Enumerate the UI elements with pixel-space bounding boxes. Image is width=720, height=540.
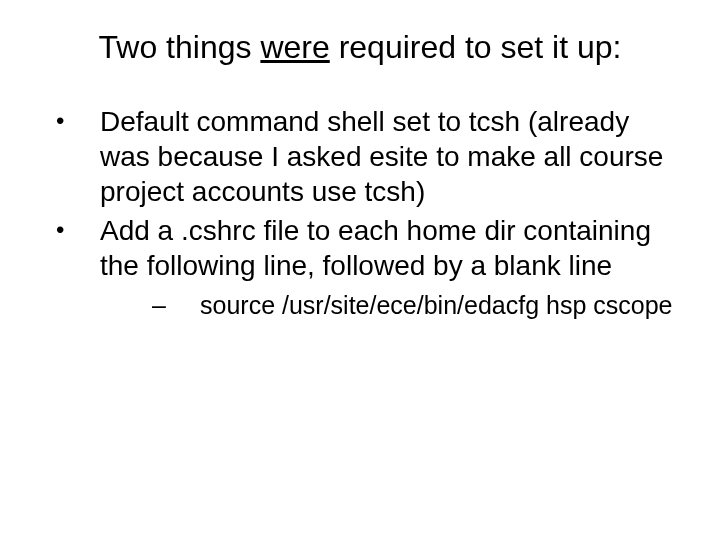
bullet-text: Default command shell set to tcsh (alrea…: [100, 106, 663, 207]
bullet-list: Default command shell set to tcsh (alrea…: [40, 104, 680, 322]
title-pre: Two things: [99, 29, 261, 65]
bullet-text: Add a .cshrc file to each home dir conta…: [100, 215, 651, 281]
title-post: required to set it up:: [330, 29, 622, 65]
bullet-item: Add a .cshrc file to each home dir conta…: [40, 213, 680, 322]
bullet-item: Default command shell set to tcsh (alrea…: [40, 104, 680, 209]
sub-bullet-text: source /usr/site/ece/bin/edacfg hsp csco…: [200, 291, 673, 319]
title-underline: were: [260, 29, 329, 65]
sub-bullet-item: source /usr/site/ece/bin/edacfg hsp csco…: [100, 289, 680, 322]
sub-bullet-list: source /usr/site/ece/bin/edacfg hsp csco…: [100, 289, 680, 322]
slide-title: Two things were required to set it up:: [40, 28, 680, 66]
